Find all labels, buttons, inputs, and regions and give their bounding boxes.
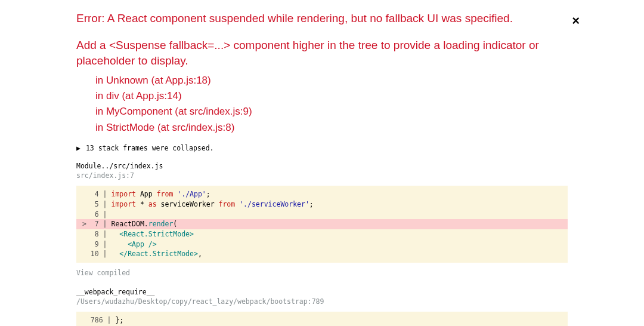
code-snippet: 4 | import App from './App'; 5 | import … [76,186,568,263]
chevron-right-icon: ▶ [76,144,80,152]
error-overlay: × Error: A React component suspended whi… [0,0,644,326]
code-snippet: 786 | }; 787 | 788 | // Execute the modu… [76,312,568,326]
close-button[interactable]: × [572,14,580,27]
frame-heading: Module../src/index.js [76,162,568,170]
frame-heading: __webpack_require__ [76,288,568,296]
stack-frame-line: in div (at App.js:14) [95,88,568,104]
collapsed-frames-label: 13 stack frames were collapsed. [86,144,214,152]
collapsed-frames-toggle[interactable]: ▶ 13 stack frames were collapsed. [76,144,568,152]
stack-frame-line: in StrictMode (at src/index.js:8) [95,120,568,136]
view-compiled-link[interactable]: View compiled [76,269,568,277]
error-hint: Add a <Suspense fallback=...> component … [76,38,568,69]
close-icon: × [572,13,580,28]
frame-location: /Users/wudazhu/Desktop/copy/react_lazy/w… [76,297,568,306]
stack-frame-line: in Unknown (at App.js:18) [95,73,568,88]
error-title: Error: A React component suspended while… [76,11,568,27]
stack-frame-line: in MyComponent (at src/index.js:9) [95,104,568,119]
frame-location: src/index.js:7 [76,171,568,180]
component-stack: in Unknown (at App.js:18) in div (at App… [95,73,568,136]
